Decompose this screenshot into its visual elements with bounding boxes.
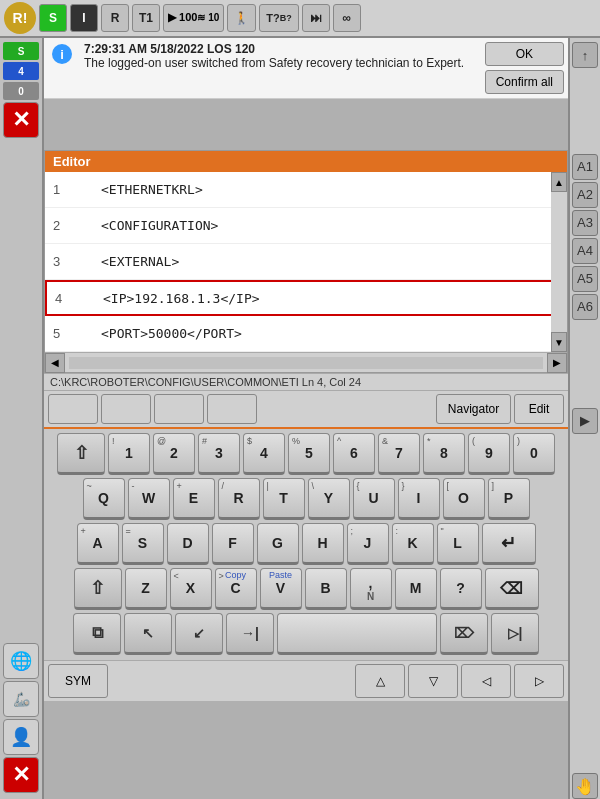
key-p[interactable]: ]P xyxy=(488,478,530,520)
person-icon[interactable]: 👤 xyxy=(3,719,39,755)
line-code-3: <EXTERNAL> xyxy=(101,254,179,269)
key-t[interactable]: |T xyxy=(263,478,305,520)
btn-tool[interactable]: T?B? xyxy=(259,4,298,32)
key-y[interactable]: \Y xyxy=(308,478,350,520)
key-d[interactable]: D xyxy=(167,523,209,565)
key-enter[interactable]: ↵ xyxy=(482,523,536,565)
key-b[interactable]: B xyxy=(305,568,347,610)
key-6[interactable]: ^6 xyxy=(333,433,375,475)
toolbar-btn3[interactable] xyxy=(154,394,204,424)
toolbar-btn2[interactable] xyxy=(101,394,151,424)
confirm-all-button[interactable]: Confirm all xyxy=(485,70,564,94)
key-v[interactable]: PasteV xyxy=(260,568,302,610)
btn-t1[interactable]: T1 xyxy=(132,4,160,32)
rs-a3[interactable]: A3 xyxy=(572,210,598,236)
key-u[interactable]: {U xyxy=(353,478,395,520)
nav-right-button[interactable]: ▷ xyxy=(514,664,564,698)
scroll-up-btn[interactable]: ▲ xyxy=(551,172,567,192)
key-r[interactable]: /R xyxy=(218,478,260,520)
key-arrow-upleft[interactable]: ↖ xyxy=(124,613,172,655)
nav-left-button[interactable]: ◁ xyxy=(461,664,511,698)
key-z[interactable]: Z xyxy=(125,568,167,610)
edit-button[interactable]: Edit xyxy=(514,394,564,424)
key-q[interactable]: ~Q xyxy=(83,478,125,520)
key-k[interactable]: :K xyxy=(392,523,434,565)
key-2[interactable]: @2 xyxy=(153,433,195,475)
toolbar-btn4[interactable] xyxy=(207,394,257,424)
editor-line-4[interactable]: 4 <IP>192.168.1.3</IP> xyxy=(45,280,567,316)
key-end[interactable]: ▷| xyxy=(491,613,539,655)
toolbar-btn1[interactable] xyxy=(48,394,98,424)
key-1[interactable]: !1 xyxy=(108,433,150,475)
key-shift-2[interactable]: ⇧ xyxy=(74,568,122,610)
btn-r[interactable]: R xyxy=(101,4,129,32)
ok-button[interactable]: OK xyxy=(485,42,564,66)
h-scroll-right[interactable]: ▶ xyxy=(547,353,567,373)
key-7[interactable]: &7 xyxy=(378,433,420,475)
key-copy-icon[interactable]: ⧉ xyxy=(73,613,121,655)
arm-icon[interactable]: 🦾 xyxy=(3,681,39,717)
key-a[interactable]: +A xyxy=(77,523,119,565)
key-s[interactable]: =S xyxy=(122,523,164,565)
close-button-2[interactable]: ✕ xyxy=(3,757,39,793)
key-shift-left[interactable]: ⇧ xyxy=(57,433,105,475)
btn-i[interactable]: I xyxy=(70,4,98,32)
key-space[interactable] xyxy=(277,613,437,655)
editor-line-5[interactable]: 5 <PORT>50000</PORT> xyxy=(45,316,567,352)
rs-a1-label: A1 xyxy=(577,159,593,174)
key-m[interactable]: M xyxy=(395,568,437,610)
line-code-4: <IP>192.168.1.3</IP> xyxy=(103,291,260,306)
key-i[interactable]: }I xyxy=(398,478,440,520)
rs-a4[interactable]: A4 xyxy=(572,238,598,264)
btn-walk[interactable]: 🚶 xyxy=(227,4,256,32)
key-x[interactable]: <X xyxy=(170,568,212,610)
nav-down-button[interactable]: ▽ xyxy=(408,664,458,698)
btn-inf[interactable]: ∞ xyxy=(333,4,361,32)
rs-a1[interactable]: A1 xyxy=(572,154,598,180)
key-4[interactable]: $4 xyxy=(243,433,285,475)
rs-hand-icon[interactable]: 🤚 xyxy=(572,773,598,799)
globe-icon[interactable]: 🌐 xyxy=(3,643,39,679)
btn-fwd[interactable]: ⏭ xyxy=(302,4,330,32)
h-scroll-track[interactable] xyxy=(69,357,543,369)
toolbar: Navigator Edit xyxy=(44,391,568,429)
rs-arrow-right[interactable]: ▶ xyxy=(572,408,598,434)
key-n[interactable]: ,N xyxy=(350,568,392,610)
rs-a2[interactable]: A2 xyxy=(572,182,598,208)
notif-text: 7:29:31 AM 5/18/2022 LOS 120 The logged-… xyxy=(84,42,485,70)
rs-a6[interactable]: A6 xyxy=(572,294,598,320)
btn-s[interactable]: S xyxy=(39,4,67,32)
key-0[interactable]: )0 xyxy=(513,433,555,475)
key-h[interactable]: H xyxy=(302,523,344,565)
key-e[interactable]: +E xyxy=(173,478,215,520)
key-j[interactable]: ;J xyxy=(347,523,389,565)
close-button-1[interactable]: ✕ xyxy=(3,102,39,138)
key-5[interactable]: %5 xyxy=(288,433,330,475)
key-8[interactable]: *8 xyxy=(423,433,465,475)
key-3[interactable]: #3 xyxy=(198,433,240,475)
key-o[interactable]: [O xyxy=(443,478,485,520)
key-c[interactable]: >CopyC xyxy=(215,568,257,610)
sym-button[interactable]: SYM xyxy=(48,664,108,698)
key-w[interactable]: -W xyxy=(128,478,170,520)
key-arrow-right-tab[interactable]: →| xyxy=(226,613,274,655)
editor-line-3[interactable]: 3 <EXTERNAL> xyxy=(45,244,567,280)
rs-a6-label: A6 xyxy=(577,299,593,314)
nav-up-button[interactable]: △ xyxy=(355,664,405,698)
key-backspace[interactable]: ⌫ xyxy=(485,568,539,610)
key-l[interactable]: "L xyxy=(437,523,479,565)
editor-line-2[interactable]: 2 <CONFIGURATION> xyxy=(45,208,567,244)
key-delete-fwd[interactable]: ⌦ xyxy=(440,613,488,655)
rs-scroll-up[interactable]: ↑ xyxy=(572,42,598,68)
key-arrow-downleft[interactable]: ↙ xyxy=(175,613,223,655)
key-9[interactable]: (9 xyxy=(468,433,510,475)
btn-speed[interactable]: ▶ 100≋ 10 xyxy=(163,4,224,32)
key-f[interactable]: F xyxy=(212,523,254,565)
navigator-button[interactable]: Navigator xyxy=(436,394,511,424)
rs-a5[interactable]: A5 xyxy=(572,266,598,292)
h-scroll-left[interactable]: ◀ xyxy=(45,353,65,373)
key-question[interactable]: ? xyxy=(440,568,482,610)
key-g[interactable]: G xyxy=(257,523,299,565)
scroll-down-btn[interactable]: ▼ xyxy=(551,332,567,352)
editor-line-1[interactable]: 1 <ETHERNETKRL> xyxy=(45,172,567,208)
